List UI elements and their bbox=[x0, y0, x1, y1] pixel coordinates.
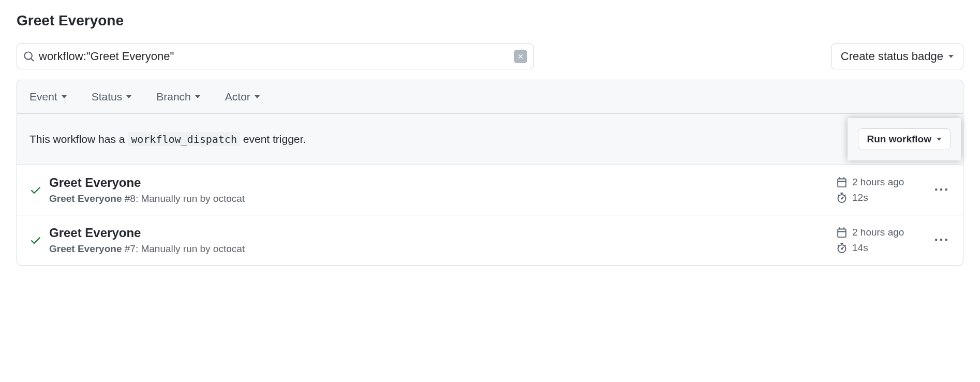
filter-actor-label: Actor bbox=[225, 91, 250, 103]
caret-down-icon bbox=[195, 95, 200, 98]
caret-down-icon bbox=[948, 55, 954, 58]
stopwatch-icon bbox=[837, 193, 847, 203]
run-menu-button[interactable] bbox=[932, 184, 951, 196]
dispatch-code: workflow_dispatch bbox=[128, 132, 240, 146]
run-time: 2 hours ago bbox=[852, 177, 904, 188]
filter-event-label: Event bbox=[29, 91, 57, 103]
run-title[interactable]: Greet Everyone bbox=[49, 175, 829, 190]
run-subtitle: Greet Everyone #8: Manually run by octoc… bbox=[49, 193, 829, 204]
workflow-run-row[interactable]: Greet Everyone Greet Everyone #7: Manual… bbox=[17, 215, 963, 265]
filter-branch[interactable]: Branch bbox=[156, 91, 200, 103]
run-workflow-name: Greet Everyone bbox=[49, 193, 122, 204]
run-workflow-highlight: Run workflow bbox=[848, 118, 961, 160]
caret-down-icon bbox=[62, 95, 67, 98]
filter-event[interactable]: Event bbox=[29, 91, 67, 103]
filter-status[interactable]: Status bbox=[92, 91, 132, 103]
page-title: Greet Everyone bbox=[17, 12, 963, 29]
stopwatch-icon bbox=[837, 243, 847, 253]
run-duration: 12s bbox=[852, 192, 868, 203]
dispatch-prefix: This workflow has a bbox=[29, 133, 128, 145]
filter-branch-label: Branch bbox=[156, 91, 191, 103]
search-icon bbox=[23, 51, 35, 62]
run-number: #7 bbox=[125, 243, 136, 254]
calendar-icon bbox=[837, 227, 847, 238]
run-workflow-label: Run workflow bbox=[867, 134, 931, 145]
run-actor[interactable]: octocat bbox=[213, 193, 245, 204]
run-menu-button[interactable] bbox=[932, 234, 951, 246]
check-success-icon bbox=[29, 234, 42, 246]
create-status-badge-label: Create status badge bbox=[841, 50, 943, 63]
caret-down-icon bbox=[255, 95, 260, 98]
search-box[interactable] bbox=[17, 43, 534, 69]
kebab-icon bbox=[935, 234, 947, 246]
filter-status-label: Status bbox=[92, 91, 123, 103]
run-workflow-button[interactable]: Run workflow bbox=[858, 128, 951, 150]
kebab-icon bbox=[935, 184, 947, 196]
workflow-dispatch-banner: This workflow has a workflow_dispatch ev… bbox=[17, 114, 963, 165]
clear-search-icon[interactable] bbox=[514, 50, 527, 63]
run-subtitle: Greet Everyone #7: Manually run by octoc… bbox=[49, 243, 829, 255]
run-actor[interactable]: octocat bbox=[213, 243, 245, 254]
caret-down-icon bbox=[937, 138, 942, 141]
dispatch-text: This workflow has a workflow_dispatch ev… bbox=[29, 133, 306, 145]
run-duration: 14s bbox=[852, 242, 868, 254]
create-status-badge-button[interactable]: Create status badge bbox=[831, 43, 963, 69]
run-trigger-text: : Manually run by bbox=[136, 243, 213, 254]
workflow-run-row[interactable]: Greet Everyone Greet Everyone #8: Manual… bbox=[17, 165, 963, 215]
run-time: 2 hours ago bbox=[852, 227, 904, 238]
run-title[interactable]: Greet Everyone bbox=[49, 226, 829, 240]
check-success-icon bbox=[29, 184, 42, 196]
filter-actor[interactable]: Actor bbox=[225, 91, 260, 103]
run-workflow-name: Greet Everyone bbox=[49, 243, 122, 254]
filter-bar: Event Status Branch Actor bbox=[17, 80, 963, 114]
search-input[interactable] bbox=[35, 50, 514, 63]
run-trigger-text: : Manually run by bbox=[136, 193, 213, 204]
caret-down-icon bbox=[126, 95, 131, 98]
calendar-icon bbox=[837, 177, 847, 187]
workflow-runs-panel: Event Status Branch Actor This workflow … bbox=[17, 80, 963, 266]
dispatch-suffix: event trigger. bbox=[240, 133, 306, 145]
run-number: #8 bbox=[125, 193, 136, 204]
